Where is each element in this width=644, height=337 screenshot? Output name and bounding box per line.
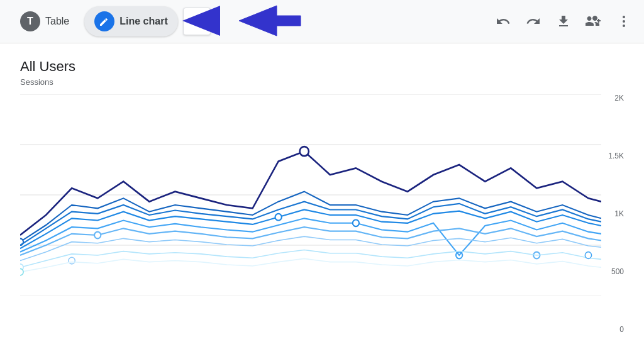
undo-icon: [496, 14, 511, 29]
redo-button[interactable]: [523, 11, 543, 31]
pencil-icon: [99, 16, 110, 27]
svg-marker-0: [239, 6, 301, 36]
linechart-tab-label: Line chart: [119, 16, 167, 27]
svg-point-17: [69, 257, 75, 264]
more-options-button[interactable]: [614, 11, 634, 31]
undo-button[interactable]: [493, 11, 513, 31]
y-label-1k: 1K: [614, 210, 624, 218]
x-axis-labels: 03 Jul 10 17 24 31: [20, 333, 624, 337]
download-button[interactable]: [553, 11, 574, 31]
y-label-500: 500: [611, 268, 624, 275]
svg-point-14: [94, 232, 101, 239]
add-chart-button[interactable]: +: [183, 8, 211, 35]
more-icon: [616, 14, 631, 29]
svg-point-20: [585, 252, 591, 259]
add-user-button[interactable]: [584, 11, 604, 31]
toolbar-actions: [493, 11, 634, 31]
chart-title: All Users: [20, 58, 624, 75]
y-label-2k: 2K: [614, 94, 624, 102]
svg-point-19: [353, 219, 359, 226]
add-user-icon: [586, 13, 602, 30]
redo-icon: [526, 14, 541, 29]
y-label-0: 0: [619, 326, 624, 333]
tab-table[interactable]: T Table: [10, 6, 79, 36]
svg-point-2: [623, 16, 625, 18]
y-axis-labels: 2K 1.5K 1K 500 0: [601, 94, 624, 333]
svg-point-10: [300, 146, 309, 156]
svg-point-3: [623, 20, 625, 23]
download-icon: [556, 14, 571, 29]
toolbar: T Table Line chart +: [0, 0, 644, 43]
tab-linechart[interactable]: Line chart: [84, 6, 177, 36]
svg-point-4: [623, 25, 625, 27]
table-icon: T: [20, 11, 40, 31]
y-label-1-5k: 1.5K: [608, 152, 624, 160]
line-chart-svg: [20, 94, 601, 296]
table-tab-label: Table: [45, 16, 69, 27]
chart-container: All Users Sessions: [0, 43, 644, 337]
linechart-icon: [94, 11, 114, 31]
chart-area: 2K 1.5K 1K 500 0: [20, 94, 624, 333]
svg-point-18: [20, 268, 23, 275]
svg-point-12: [275, 214, 282, 221]
chart-subtitle: Sessions: [20, 77, 53, 87]
